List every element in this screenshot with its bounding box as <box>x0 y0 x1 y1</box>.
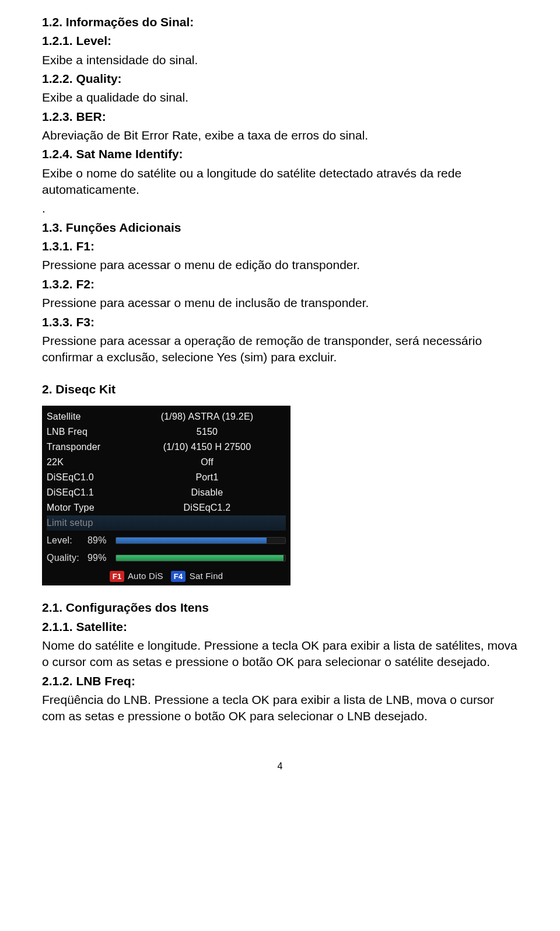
osd-level-row: Level: 89% <box>47 533 286 548</box>
heading-1-2-4: 1.2.4. Sat Name Identify: <box>42 146 518 162</box>
osd-value: Off <box>128 456 286 469</box>
osd-label: Limit setup <box>47 517 128 529</box>
osd-footer: F1 Auto DiS F4 Sat Find <box>47 570 286 583</box>
osd-label: DiSEqC1.1 <box>47 486 128 499</box>
heading-1-2-3: 1.2.3. BER: <box>42 109 518 125</box>
osd-row-satellite: Satellite (1/98) ASTRA (19.2E) <box>47 409 286 424</box>
osd-value: (1/10) 4150 H 27500 <box>128 441 286 454</box>
heading-1-2: 1.2. Informações do Sinal: <box>42 14 518 30</box>
osd-level-percent: 89% <box>88 534 116 547</box>
osd-row-transponder: Transponder (1/10) 4150 H 27500 <box>47 440 286 455</box>
osd-row-lnb-freq: LNB Freq 5150 <box>47 424 286 440</box>
osd-quality-row: Quality: 99% <box>47 550 286 566</box>
text-2-1-1: Nome do satélite e longitude. Pressione … <box>42 637 518 671</box>
text-1-3-3: Pressione para acessar a operação de rem… <box>42 333 518 366</box>
osd-label: LNB Freq <box>47 426 128 438</box>
osd-panel: Satellite (1/98) ASTRA (19.2E) LNB Freq … <box>42 406 290 586</box>
text-1-2-2: Exibe a qualidade do sinal. <box>42 89 518 106</box>
heading-1-3-1: 1.3.1. F1: <box>42 238 518 254</box>
osd-quality-label: Quality: <box>47 552 88 564</box>
heading-2: 2. Diseqc Kit <box>42 381 518 397</box>
heading-1-3: 1.3. Funções Adicionais <box>42 219 518 236</box>
f1-key-icon: F1 <box>110 571 125 583</box>
osd-value: Disable <box>128 486 286 499</box>
osd-value: 5150 <box>128 426 286 438</box>
osd-row-diseqc10: DiSEqC1.0 Port1 <box>47 470 286 485</box>
osd-value: DiSEqC1.2 <box>128 501 286 514</box>
heading-1-2-1: 1.2.1. Level: <box>42 33 518 49</box>
osd-label: DiSEqC1.0 <box>47 471 128 484</box>
heading-1-3-2: 1.3.2. F2: <box>42 276 518 292</box>
osd-row-motor-type: Motor Type DiSEqC1.2 <box>47 500 286 515</box>
osd-quality-bar <box>116 555 286 562</box>
f1-key-label: Auto DiS <box>128 571 163 581</box>
heading-2-1-1: 2.1.1. Satellite: <box>42 619 518 635</box>
osd-quality-bar-fill <box>116 555 284 561</box>
osd-value: (1/98) ASTRA (19.2E) <box>128 410 286 423</box>
osd-level-bar-fill <box>116 538 267 543</box>
text-1-2-1: Exibe a intensidade do sinal. <box>42 52 518 68</box>
f4-key-label: Sat Find <box>190 571 223 581</box>
text-2-1-2: Freqüência do LNB. Pressione a tecla OK … <box>42 692 518 725</box>
text-1-2-3: Abreviação de Bit Error Rate, exibe a ta… <box>42 127 518 144</box>
heading-2-1: 2.1. Configurações dos Itens <box>42 599 518 616</box>
osd-level-label: Level: <box>47 534 88 547</box>
heading-1-3-3: 1.3.3. F3: <box>42 314 518 330</box>
heading-1-2-2: 1.2.2. Quality: <box>42 71 518 87</box>
osd-row-diseqc11: DiSEqC1.1 Disable <box>47 485 286 500</box>
osd-row-22k: 22K Off <box>47 455 286 470</box>
lone-dot: . <box>42 200 518 217</box>
osd-quality-percent: 99% <box>88 552 116 564</box>
osd-level-bar <box>116 537 286 544</box>
heading-2-1-2: 2.1.2. LNB Freq: <box>42 673 518 689</box>
osd-row-limit-setup: Limit setup <box>47 515 286 531</box>
text-1-3-2: Pressione para acessar o menu de inclusã… <box>42 295 518 311</box>
osd-label: Transponder <box>47 441 128 454</box>
osd-label: Motor Type <box>47 501 128 514</box>
text-1-2-4: Exibe o nome do satélite ou a longitude … <box>42 165 518 198</box>
osd-label: Satellite <box>47 410 128 423</box>
osd-value: Port1 <box>128 471 286 484</box>
f4-key-icon: F4 <box>171 571 186 583</box>
osd-label: 22K <box>47 456 128 469</box>
text-1-3-1: Pressione para acessar o menu de edição … <box>42 257 518 273</box>
page-number: 4 <box>42 760 518 773</box>
